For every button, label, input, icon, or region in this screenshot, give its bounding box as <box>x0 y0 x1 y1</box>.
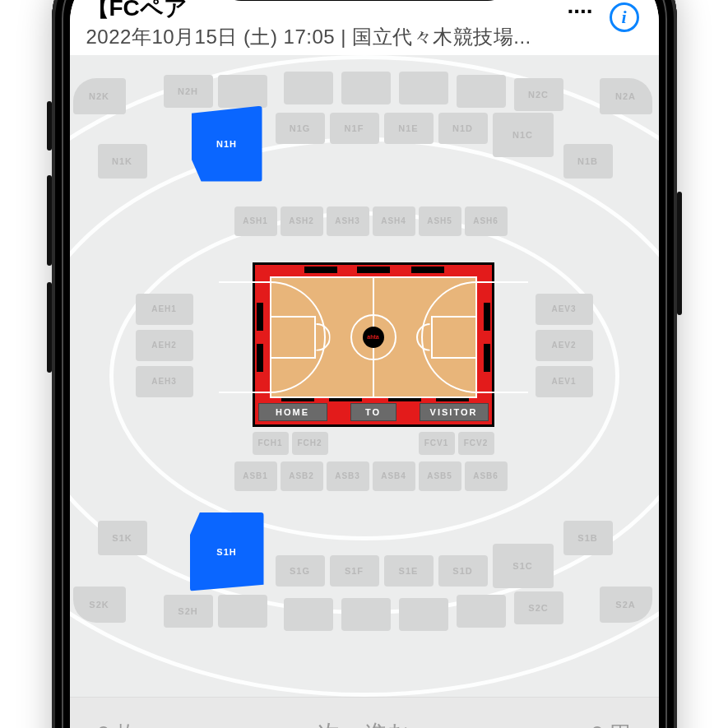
section-n2a[interactable]: N2A <box>600 78 652 114</box>
section-asb1[interactable]: ASB1 <box>234 461 277 491</box>
section-aeh3[interactable]: AEH3 <box>136 366 193 397</box>
page-title: 【FCペア .... <box>86 0 642 24</box>
section-s2h[interactable]: S2H <box>164 595 213 628</box>
section-n1c[interactable]: N1C <box>493 113 554 157</box>
section-fch2[interactable]: FCH2 <box>292 432 328 455</box>
bench-to-label: TO <box>350 403 396 421</box>
bench-home-label: HOME <box>258 403 327 421</box>
section-fcv2[interactable]: FCV2 <box>458 432 494 455</box>
section-s1f-outer[interactable] <box>341 598 391 631</box>
section-n1d-outer[interactable] <box>457 75 506 108</box>
side-button <box>677 192 682 315</box>
bench-visitor-label: VISITOR <box>420 403 489 421</box>
center-logo-text: ahta <box>367 334 378 340</box>
section-n1f[interactable]: N1F <box>330 113 379 144</box>
section-s2a[interactable]: S2A <box>600 587 652 623</box>
section-n2h[interactable]: N2H <box>164 75 213 108</box>
screen: 【FCペア .... 2022年10月15日 (土) 17:05 | 国立代々木… <box>70 0 659 728</box>
section-n1f-outer[interactable] <box>341 72 391 104</box>
device-notch <box>216 0 512 1</box>
key-left <box>271 316 316 359</box>
section-s1h-outer[interactable] <box>218 595 267 628</box>
section-n2k[interactable]: N2K <box>73 78 126 114</box>
side-button <box>47 101 52 151</box>
section-n1d[interactable]: N1D <box>438 113 488 144</box>
section-fch1[interactable]: FCH1 <box>253 432 289 455</box>
section-s1b[interactable]: S1B <box>563 521 613 555</box>
seat-map[interactable]: N2K N2H N2C N2A N1K N1H N1G N1F N1E N1D … <box>70 55 659 697</box>
header: 【FCペア .... 2022年10月15日 (土) 17:05 | 国立代々木… <box>70 0 659 55</box>
section-asb2[interactable]: ASB2 <box>281 461 323 491</box>
section-asb3[interactable]: ASB3 <box>327 461 369 491</box>
key-right <box>431 316 475 359</box>
next-button[interactable]: 次へ進む <box>318 718 411 728</box>
section-aev3[interactable]: AEV3 <box>536 294 593 325</box>
section-ash1[interactable]: ASH1 <box>234 206 277 236</box>
section-asb5[interactable]: ASB5 <box>419 461 461 491</box>
section-s1e[interactable]: S1E <box>384 555 434 587</box>
event-datetime-venue: 2022年10月15日 (土) 17:05 | 国立代々木競技場... <box>86 24 642 50</box>
qty-suffix: 枚 <box>115 721 137 729</box>
section-s2k[interactable]: S2K <box>73 587 126 623</box>
phone-frame: 【FCペア .... 2022年10月15日 (土) 17:05 | 国立代々木… <box>52 0 677 728</box>
section-n1e[interactable]: N1E <box>384 113 434 144</box>
title-text: 【FCペア <box>86 0 188 21</box>
court-floor: ahta <box>270 276 477 398</box>
footer-bar: 0 枚 次へ進む 0 円 <box>70 697 659 729</box>
section-n1g[interactable]: N1G <box>276 113 325 144</box>
section-aev2[interactable]: AEV2 <box>536 330 593 361</box>
total-price: 0 円 <box>591 720 631 729</box>
info-icon[interactable]: i <box>610 2 639 32</box>
court-ad <box>304 267 337 273</box>
price-value: 0 <box>591 721 603 729</box>
section-fcv1[interactable]: FCV1 <box>419 432 455 455</box>
section-s1f[interactable]: S1F <box>330 555 379 587</box>
section-n1e-outer[interactable] <box>399 72 448 104</box>
section-s1d-outer[interactable] <box>457 595 506 628</box>
section-ash3[interactable]: ASH3 <box>327 206 369 236</box>
section-s1c[interactable]: S1C <box>493 544 554 588</box>
center-logo: ahta <box>363 327 384 348</box>
section-s2c[interactable]: S2C <box>514 591 563 624</box>
section-asb4[interactable]: ASB4 <box>373 461 415 491</box>
section-s1k[interactable]: S1K <box>98 521 147 555</box>
section-s1d[interactable]: S1D <box>438 555 488 587</box>
section-ash2[interactable]: ASH2 <box>281 206 323 236</box>
section-ash6[interactable]: ASH6 <box>465 206 508 236</box>
ticket-quantity: 0 枚 <box>98 720 137 729</box>
section-s1g-outer[interactable] <box>284 598 333 631</box>
section-n2c[interactable]: N2C <box>514 78 563 111</box>
qty-value: 0 <box>98 721 109 729</box>
side-button <box>47 175 52 266</box>
section-n1h-outer[interactable] <box>218 75 267 108</box>
section-s1e-outer[interactable] <box>399 598 448 631</box>
price-suffix: 円 <box>610 721 631 729</box>
section-n1h-available[interactable]: N1H <box>192 106 262 182</box>
section-s1g[interactable]: S1G <box>276 555 325 587</box>
section-s1h-available[interactable]: S1H <box>190 512 264 591</box>
section-n1g-outer[interactable] <box>284 72 333 104</box>
section-n1b[interactable]: N1B <box>563 144 613 179</box>
section-aev1[interactable]: AEV1 <box>536 366 593 397</box>
section-aeh1[interactable]: AEH1 <box>136 294 193 325</box>
section-n1k[interactable]: N1K <box>98 144 147 179</box>
section-ash5[interactable]: ASH5 <box>419 206 461 236</box>
court-ad <box>357 267 390 273</box>
section-ash4[interactable]: ASH4 <box>373 206 415 236</box>
section-aeh2[interactable]: AEH2 <box>136 330 193 361</box>
basketball-court: ahta HOME TO VISITOR <box>253 262 494 427</box>
court-ad <box>411 267 444 273</box>
side-button <box>47 282 52 373</box>
section-asb6[interactable]: ASB6 <box>465 461 508 491</box>
